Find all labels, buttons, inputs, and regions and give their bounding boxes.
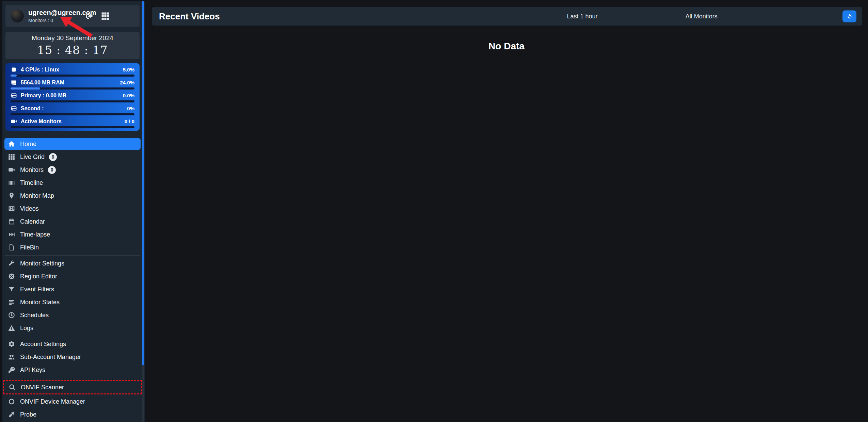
sidebar-menu: Home Live Grid 0 Monitors 0 Timeline Mon…	[0, 138, 145, 420]
stat-value: 0 / 0	[125, 118, 134, 124]
active-monitors-progress-bar	[11, 126, 134, 128]
sidebar-item-account-settings[interactable]: Account Settings	[4, 338, 141, 350]
sidebar-item-videos[interactable]: Videos	[4, 203, 141, 214]
sidebar-item-time-lapse[interactable]: Time-lapse	[4, 229, 141, 240]
cpu-icon	[11, 66, 17, 73]
stat-label: 4 CPUs : Linux	[21, 67, 59, 73]
stat-label: Second :	[21, 106, 44, 112]
lines-icon	[8, 299, 15, 306]
disk-icon	[11, 105, 17, 112]
sidebar-item-label: API Keys	[20, 367, 45, 374]
sidebar-item-label: Calendar	[20, 218, 45, 225]
sidebar-item-monitor-settings[interactable]: Monitor Settings	[4, 258, 141, 269]
sidebar-item-label: Monitor Map	[20, 192, 54, 199]
sidebar-item-event-filters[interactable]: Event Filters	[4, 283, 141, 295]
map-pin-icon	[8, 192, 15, 199]
calendar-icon	[8, 218, 15, 225]
sidebar-item-label: ONVIF Device Manager	[20, 398, 85, 405]
sidebar: ugreen@ugreen.com Monitors : 0 Monday 30…	[0, 0, 145, 422]
sidebar-item-label: Monitor States	[20, 299, 60, 306]
ram-progress-bar	[11, 87, 134, 90]
sidebar-item-probe[interactable]: Probe	[4, 409, 141, 420]
sidebar-item-live-grid[interactable]: Live Grid 0	[4, 151, 141, 163]
ring-icon	[8, 398, 15, 405]
stat-value: 24.0%	[120, 80, 134, 85]
menu-divider	[5, 378, 140, 378]
disk-icon	[11, 92, 17, 99]
menu-divider	[5, 336, 140, 336]
sidebar-item-label: Timeline	[20, 179, 43, 186]
clock-date: Monday 30 September 2024	[32, 34, 113, 42]
apps-grid-icon[interactable]	[101, 12, 110, 20]
sidebar-item-schedules[interactable]: Schedules	[4, 309, 141, 321]
camera-icon	[11, 118, 17, 125]
fast-forward-icon	[8, 231, 15, 238]
stat-row-second-disk: Second : 0%	[11, 105, 134, 115]
sign-out-icon[interactable]	[84, 12, 93, 20]
sidebar-item-monitors[interactable]: Monitors 0	[4, 164, 141, 176]
filter-icon	[8, 286, 15, 293]
search-icon	[9, 384, 16, 391]
page-title: Recent Videos	[159, 11, 220, 22]
sidebar-scrollbar-thumb[interactable]	[142, 0, 144, 365]
time-filter-select[interactable]: Last 1 hour	[567, 13, 597, 20]
clock-card: Monday 30 September 2024 15 : 48 : 17	[5, 32, 140, 59]
stat-label: Primary : 0.00 MB	[21, 93, 66, 99]
sidebar-item-api-keys[interactable]: API Keys	[4, 364, 141, 376]
stat-row-active-monitors: Active Monitors 0 / 0	[11, 118, 134, 128]
sidebar-item-onvif-device-manager[interactable]: ONVIF Device Manager	[4, 396, 141, 407]
sidebar-item-label: Event Filters	[20, 286, 54, 293]
second-disk-progress-bar	[11, 113, 134, 115]
sidebar-item-region-editor[interactable]: Region Editor	[4, 271, 141, 282]
window-top-edge	[0, 0, 145, 1]
file-icon	[8, 244, 15, 251]
stat-label: 5564.00 MB RAM	[21, 80, 64, 86]
tools-circle-icon	[8, 273, 15, 280]
stat-row-ram: 5564.00 MB RAM 24.0%	[11, 79, 134, 90]
camera-icon	[8, 166, 15, 173]
home-icon	[8, 141, 15, 147]
film-icon	[8, 205, 15, 212]
wrench-icon	[8, 260, 15, 267]
sidebar-item-label: Region Editor	[20, 273, 57, 280]
sidebar-item-calendar[interactable]: Calendar	[4, 216, 141, 227]
sidebar-item-label: FileBin	[20, 244, 39, 251]
sidebar-item-sub-account-manager[interactable]: Sub-Account Manager	[4, 351, 141, 363]
refresh-button[interactable]	[842, 11, 856, 22]
sidebar-item-timeline[interactable]: Timeline	[4, 177, 141, 189]
sidebar-item-monitor-states[interactable]: Monitor States	[4, 296, 141, 308]
stat-label: Active Monitors	[21, 118, 62, 125]
sidebar-item-home[interactable]: Home	[4, 138, 141, 150]
users-icon	[8, 354, 15, 360]
clock-time: 15 : 48 : 17	[37, 43, 108, 57]
avatar[interactable]	[11, 10, 24, 22]
ram-icon	[11, 79, 17, 86]
sidebar-item-label: Monitors	[20, 166, 44, 174]
sidebar-item-label: Videos	[20, 205, 39, 212]
sidebar-item-monitor-map[interactable]: Monitor Map	[4, 190, 141, 201]
sidebar-item-label: Schedules	[20, 312, 49, 319]
red-highlight-box: ONVIF Scanner	[3, 380, 142, 394]
probe-icon	[8, 411, 15, 418]
recent-videos-bar: Recent Videos Last 1 hour All Monitors	[152, 7, 862, 26]
shinobi-dashboard: ugreen@ugreen.com Monitors : 0 Monday 30…	[0, 0, 868, 422]
cpu-progress-bar	[11, 75, 134, 77]
main-content: Recent Videos Last 1 hour All Monitors N…	[145, 0, 868, 422]
empty-state-text: No Data	[145, 41, 868, 52]
sidebar-item-label: Home	[20, 141, 36, 148]
sidebar-item-onvif-scanner[interactable]: ONVIF Scanner	[5, 382, 140, 393]
grid-icon	[8, 153, 15, 160]
sidebar-item-label: Time-lapse	[20, 231, 50, 238]
monitor-filter-select[interactable]: All Monitors	[686, 13, 718, 20]
sidebar-item-logs[interactable]: Logs	[4, 322, 141, 334]
stat-value: 5.0%	[123, 67, 134, 72]
warning-icon	[8, 325, 15, 331]
count-badge: 0	[48, 166, 56, 174]
sidebar-item-label: ONVIF Scanner	[21, 384, 64, 391]
clock-icon	[8, 312, 15, 319]
sidebar-item-filebin[interactable]: FileBin	[4, 242, 141, 253]
system-stats-card: 4 CPUs : Linux 5.0% 5564.00 MB RAM 24.0%…	[5, 63, 140, 131]
stat-value: 0%	[127, 106, 134, 111]
refresh-icon	[847, 13, 853, 19]
stat-row-primary-disk: Primary : 0.00 MB 0.0%	[11, 92, 134, 102]
